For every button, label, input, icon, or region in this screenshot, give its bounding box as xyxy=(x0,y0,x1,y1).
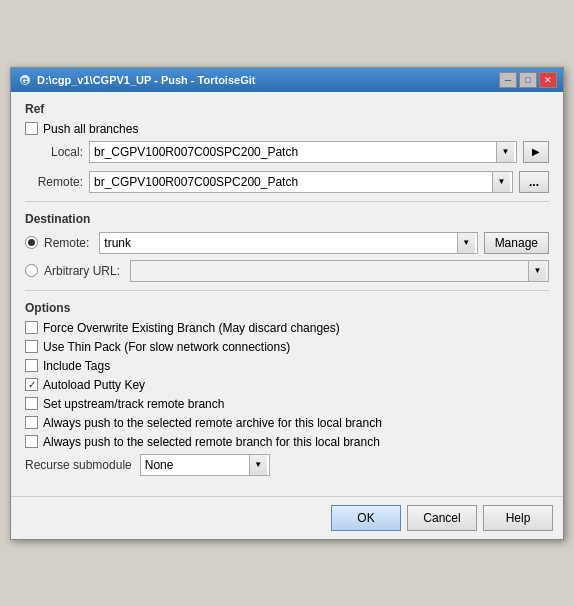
destination-remote-row: Remote: trunk ▼ Manage xyxy=(25,232,549,254)
local-select-value: br_CGPV100R007C00SPC200_Patch xyxy=(94,145,496,159)
main-window: G D:\cgp_v1\CGPV1_UP - Push - TortoiseGi… xyxy=(10,67,564,540)
destination-remote-label: Remote: xyxy=(44,236,89,250)
always-push-branch-checkbox[interactable] xyxy=(25,435,38,448)
remote-label: Remote: xyxy=(25,175,83,189)
separator-1 xyxy=(25,201,549,202)
push-all-branches-label: Push all branches xyxy=(43,122,138,136)
options-group: Force Overwrite Existing Branch (May dis… xyxy=(25,321,549,476)
remote-select[interactable]: br_CGPV100R007C00SPC200_Patch ▼ xyxy=(89,171,513,193)
remote-radio[interactable] xyxy=(25,236,38,249)
minimize-button[interactable]: ─ xyxy=(499,72,517,88)
options-section-label: Options xyxy=(25,301,549,315)
recurse-submodule-value: None xyxy=(145,458,249,472)
maximize-button[interactable]: □ xyxy=(519,72,537,88)
ok-button[interactable]: OK xyxy=(331,505,401,531)
set-upstream-checkbox[interactable] xyxy=(25,397,38,410)
recurse-submodule-label: Recurse submodule xyxy=(25,458,132,472)
always-push-archive-row: Always push to the selected remote archi… xyxy=(25,416,549,430)
autoload-putty-checkbox[interactable] xyxy=(25,378,38,391)
include-tags-checkbox[interactable] xyxy=(25,359,38,372)
separator-2 xyxy=(25,290,549,291)
force-overwrite-checkbox[interactable] xyxy=(25,321,38,334)
autoload-putty-label: Autoload Putty Key xyxy=(43,378,145,392)
dialog-content: Ref Push all branches Local: br_CGPV100R… xyxy=(11,92,563,486)
force-overwrite-row: Force Overwrite Existing Branch (May dis… xyxy=(25,321,549,335)
recurse-submodule-arrow[interactable]: ▼ xyxy=(249,455,267,475)
include-tags-label: Include Tags xyxy=(43,359,110,373)
window-title: D:\cgp_v1\CGPV1_UP - Push - TortoiseGit xyxy=(37,74,255,86)
remote-field-row: Remote: br_CGPV100R007C00SPC200_Patch ▼ … xyxy=(25,171,549,193)
git-icon: G xyxy=(17,72,33,88)
push-all-branches-checkbox[interactable] xyxy=(25,122,38,135)
ref-section-label: Ref xyxy=(25,102,549,116)
include-tags-row: Include Tags xyxy=(25,359,549,373)
arbitrary-url-arrow[interactable]: ▼ xyxy=(528,261,546,281)
bottom-bar: OK Cancel Help xyxy=(11,496,563,539)
local-label: Local: xyxy=(25,145,83,159)
recurse-submodule-row: Recurse submodule None ▼ xyxy=(25,454,549,476)
always-push-branch-row: Always push to the selected remote branc… xyxy=(25,435,549,449)
local-arrow-icon: ▶ xyxy=(532,146,540,157)
thin-pack-label: Use Thin Pack (For slow network connecti… xyxy=(43,340,290,354)
svg-text:G: G xyxy=(21,76,28,86)
remote-select-arrow[interactable]: ▼ xyxy=(492,172,510,192)
thin-pack-row: Use Thin Pack (For slow network connecti… xyxy=(25,340,549,354)
dots-icon: ... xyxy=(529,175,539,189)
always-push-branch-label: Always push to the selected remote branc… xyxy=(43,435,380,449)
arbitrary-url-row: Arbitrary URL: ▼ xyxy=(25,260,549,282)
local-select[interactable]: br_CGPV100R007C00SPC200_Patch ▼ xyxy=(89,141,517,163)
help-button[interactable]: Help xyxy=(483,505,553,531)
push-all-branches-row: Push all branches xyxy=(25,122,549,136)
thin-pack-checkbox[interactable] xyxy=(25,340,38,353)
autoload-putty-row: Autoload Putty Key xyxy=(25,378,549,392)
always-push-archive-label: Always push to the selected remote archi… xyxy=(43,416,382,430)
arbitrary-url-label: Arbitrary URL: xyxy=(44,264,120,278)
title-bar-left: G D:\cgp_v1\CGPV1_UP - Push - TortoiseGi… xyxy=(17,72,255,88)
remote-dots-button[interactable]: ... xyxy=(519,171,549,193)
local-field-row: Local: br_CGPV100R007C00SPC200_Patch ▼ ▶ xyxy=(25,141,549,163)
recurse-submodule-select[interactable]: None ▼ xyxy=(140,454,270,476)
title-bar: G D:\cgp_v1\CGPV1_UP - Push - TortoiseGi… xyxy=(11,68,563,92)
local-arrow-button[interactable]: ▶ xyxy=(523,141,549,163)
remote-select-value: br_CGPV100R007C00SPC200_Patch xyxy=(94,175,492,189)
manage-button[interactable]: Manage xyxy=(484,232,549,254)
destination-section-label: Destination xyxy=(25,212,549,226)
destination-remote-value: trunk xyxy=(104,236,456,250)
local-select-arrow[interactable]: ▼ xyxy=(496,142,514,162)
arbitrary-radio[interactable] xyxy=(25,264,38,277)
close-button[interactable]: ✕ xyxy=(539,72,557,88)
force-overwrite-label: Force Overwrite Existing Branch (May dis… xyxy=(43,321,340,335)
always-push-archive-checkbox[interactable] xyxy=(25,416,38,429)
title-controls: ─ □ ✕ xyxy=(499,72,557,88)
set-upstream-row: Set upstream/track remote branch xyxy=(25,397,549,411)
cancel-button[interactable]: Cancel xyxy=(407,505,477,531)
destination-remote-arrow[interactable]: ▼ xyxy=(457,233,475,253)
arbitrary-url-select[interactable]: ▼ xyxy=(130,260,549,282)
destination-remote-select[interactable]: trunk ▼ xyxy=(99,232,477,254)
set-upstream-label: Set upstream/track remote branch xyxy=(43,397,224,411)
